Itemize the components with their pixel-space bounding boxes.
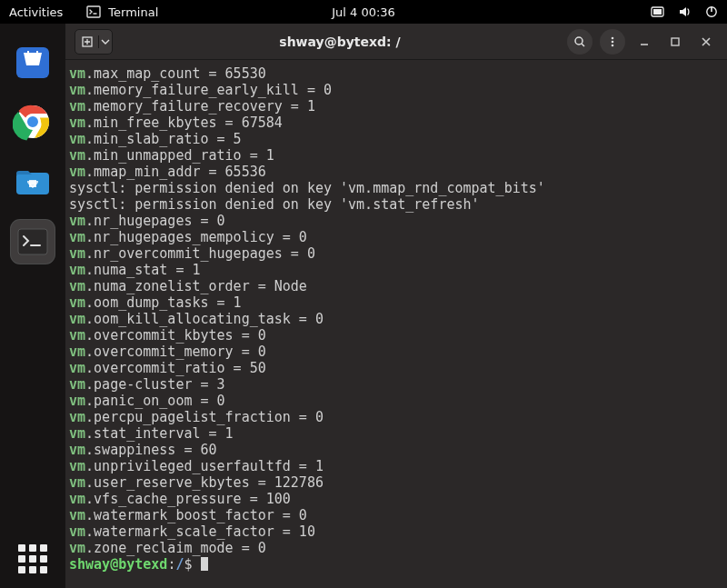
terminal-line: vm.panic_on_oom = 0: [69, 393, 723, 409]
chevron-down-icon: [99, 38, 112, 45]
svg-rect-18: [18, 229, 47, 254]
terminal-line: vm.max_map_count = 65530: [69, 65, 723, 82]
terminal-line: vm.watermark_boost_factor = 0: [69, 507, 723, 523]
gnome-top-panel: Activities Terminal Jul 4 00:36: [0, 0, 727, 24]
maximize-icon: [670, 36, 681, 47]
terminal-line: sysctl: permission denied on key 'vm.mma…: [69, 180, 723, 196]
terminal-line: vm.page-cluster = 3: [69, 376, 723, 393]
terminal-line: vm.oom_dump_tasks = 1: [69, 294, 723, 311]
terminal-line: vm.oom_kill_allocating_task = 0: [69, 311, 723, 327]
dock-app-files[interactable]: [11, 160, 55, 204]
close-icon: [701, 36, 712, 47]
svg-rect-2: [653, 9, 662, 15]
terminal-line: vm.overcommit_memory = 0: [69, 344, 723, 360]
power-icon[interactable]: [705, 5, 718, 18]
svg-point-10: [612, 44, 614, 46]
minimize-icon: [639, 36, 650, 47]
terminal-line: vm.watermark_scale_factor = 10: [69, 523, 723, 540]
minimize-button[interactable]: [632, 30, 656, 54]
terminal-line: vm.memory_failure_early_kill = 0: [69, 82, 723, 98]
terminal-line: vm.memory_failure_recovery = 1: [69, 98, 723, 115]
terminal-line: vm.numa_stat = 1: [69, 262, 723, 278]
new-tab-icon: [75, 35, 99, 48]
app-menu[interactable]: Terminal: [86, 5, 158, 19]
terminal-line: vm.stat_interval = 1: [69, 425, 723, 442]
terminal-line: vm.min_slab_ratio = 5: [69, 131, 723, 147]
window-title: shway@bytexd: /: [120, 35, 560, 49]
search-icon: [573, 35, 586, 48]
search-button[interactable]: [567, 29, 593, 55]
kebab-icon: [606, 35, 619, 48]
svg-point-8: [612, 36, 614, 39]
apps-grid-icon: [18, 544, 47, 573]
app-menu-label: Terminal: [108, 5, 158, 19]
network-icon[interactable]: [651, 5, 665, 18]
terminal-output[interactable]: vm.max_map_count = 65530vm.memory_failur…: [65, 60, 727, 588]
svg-rect-0: [87, 6, 100, 17]
cursor: [201, 557, 208, 571]
svg-rect-12: [672, 38, 679, 45]
dock-app-chrome[interactable]: [11, 100, 55, 144]
svg-point-6: [575, 37, 583, 45]
panel-clock[interactable]: Jul 4 00:36: [332, 5, 395, 19]
maximize-button[interactable]: [663, 30, 687, 54]
terminal-line: vm.user_reserve_kbytes = 122786: [69, 474, 723, 491]
terminal-line: vm.vfs_cache_pressure = 100: [69, 491, 723, 507]
terminal-line: vm.nr_hugepages_mempolicy = 0: [69, 229, 723, 245]
show-applications-button[interactable]: [18, 544, 47, 573]
terminal-line: vm.overcommit_kbytes = 0: [69, 327, 723, 344]
terminal-line: vm.zone_reclaim_mode = 0: [69, 540, 723, 556]
terminal-line: vm.numa_zonelist_order = Node: [69, 278, 723, 294]
terminal-headerbar: shway@bytexd: /: [65, 24, 727, 60]
terminal-menu-icon: [86, 5, 101, 19]
terminal-line: vm.unprivileged_userfaultfd = 1: [69, 458, 723, 474]
dock-app-software-center[interactable]: [11, 40, 55, 84]
terminal-line: sysctl: permission denied on key 'vm.sta…: [69, 196, 723, 213]
terminal-line: vm.nr_overcommit_hugepages = 0: [69, 245, 723, 262]
svg-line-7: [582, 44, 584, 46]
terminal-line: vm.overcommit_ratio = 50: [69, 360, 723, 376]
dock: [0, 24, 65, 588]
terminal-prompt[interactable]: shway@bytexd:/$: [69, 556, 723, 573]
terminal-line: vm.min_free_kbytes = 67584: [69, 115, 723, 131]
new-tab-button[interactable]: [75, 29, 113, 55]
terminal-line: vm.percpu_pagelist_fraction = 0: [69, 409, 723, 425]
terminal-line: vm.nr_hugepages = 0: [69, 213, 723, 229]
activities-button[interactable]: Activities: [9, 5, 63, 19]
volume-icon[interactable]: [678, 5, 692, 18]
close-button[interactable]: [694, 30, 718, 54]
svg-point-9: [612, 40, 614, 43]
menu-button[interactable]: [600, 29, 625, 55]
dock-app-terminal[interactable]: [11, 220, 55, 264]
terminal-line: vm.min_unmapped_ratio = 1: [69, 147, 723, 164]
terminal-line: vm.mmap_min_addr = 65536: [69, 164, 723, 180]
terminal-line: vm.swappiness = 60: [69, 442, 723, 458]
